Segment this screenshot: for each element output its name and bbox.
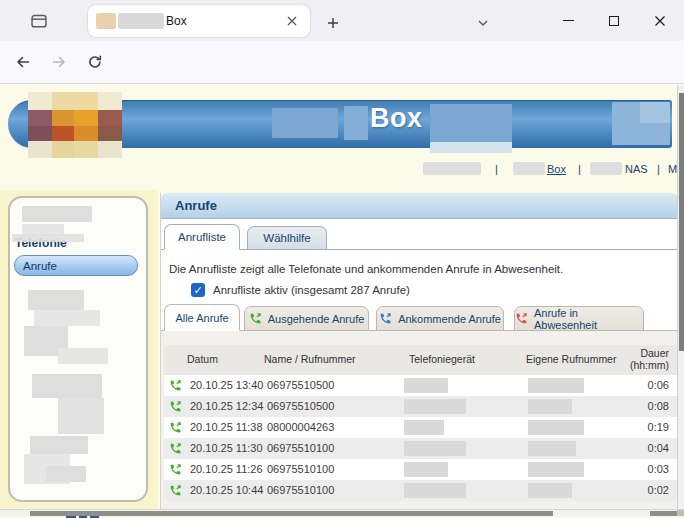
nav-redacted (590, 162, 622, 175)
cell-redacted (404, 462, 448, 477)
table-header: Datum Name / Rufnummer Telefoniegerät Ei… (164, 345, 677, 375)
filter-tab-abwesenheit[interactable]: Anrufe in Abwesenheit (514, 306, 644, 331)
menu-redacted (32, 374, 102, 398)
col-name-rufnummer: Name / Rufnummer (264, 353, 356, 365)
cell-redacted (528, 441, 576, 456)
checkbox-checked-icon[interactable]: ✓ (191, 283, 205, 297)
filter-tabs: Alle Anrufe Ausgehende Anrufe Ankommende… (161, 304, 678, 331)
cell-redacted (404, 399, 466, 414)
filter-tab-label: Ausgehende Anrufe (268, 313, 365, 325)
sidebar-menu: Telefonie Anrufe (8, 196, 148, 502)
new-tab-button[interactable] (318, 8, 348, 38)
tab-waehlhilfe[interactable]: Wählhilfe (247, 226, 327, 250)
outgoing-call-icon (169, 463, 182, 476)
incoming-call-icon (379, 312, 392, 325)
cell-rufnummer: 06975510100 (267, 442, 334, 454)
table-row[interactable]: 20.10.25 10:44 06975510100 0:02 (164, 480, 677, 501)
page-title: Anrufe (161, 193, 678, 219)
vertical-scrollbar[interactable] (677, 85, 684, 516)
table-row[interactable]: 20.10.25 11:38 08000004263 0:19 (164, 417, 677, 438)
table-row[interactable]: 20.10.25 11:30 06975510100 0:04 (164, 438, 677, 459)
sidebar-item-anrufe[interactable]: Anrufe (14, 255, 138, 276)
missed-call-icon (515, 312, 528, 325)
col-datum: Datum (187, 353, 218, 365)
menu-redacted (58, 398, 104, 434)
tab-close-icon[interactable] (282, 11, 302, 31)
top-nav-links: | Box | NAS | M (0, 159, 676, 181)
cell-dauer: 0:19 (648, 421, 669, 433)
primary-tabs: Anrufliste Wählhilfe (161, 224, 678, 250)
cell-rufnummer: 06975510500 (267, 379, 334, 391)
cell-datum: 20.10.25 12:34 (190, 400, 263, 412)
browser-window: Box (0, 0, 684, 518)
forward-button[interactable] (44, 47, 74, 77)
banner-redacted (640, 102, 670, 123)
tab-title: Box (166, 14, 282, 28)
main-content: Anrufe Anrufliste Wählhilfe Die Anruflis… (160, 193, 677, 509)
banner-redacted (344, 106, 368, 140)
banner-redacted (272, 108, 338, 138)
cell-redacted (404, 483, 466, 498)
table-row[interactable]: 20.10.25 12:34 06975510500 0:08 (164, 396, 677, 417)
back-button[interactable] (8, 47, 38, 77)
cell-rufnummer: 06975510100 (267, 463, 334, 475)
reload-button[interactable] (80, 47, 110, 77)
call-list-active-row: ✓ Anrufliste aktiv (insgesamt 287 Anrufe… (191, 283, 410, 297)
cell-rufnummer: 06975510100 (267, 484, 334, 496)
cell-datum: 20.10.25 11:38 (190, 421, 263, 433)
banner-redacted (430, 142, 512, 153)
nav-link-box[interactable]: Box (547, 163, 566, 175)
cell-dauer: 0:03 (648, 463, 669, 475)
minimize-button[interactable] (552, 7, 584, 35)
cell-dauer: 0:02 (648, 484, 669, 496)
browser-tab-bar: Box (0, 0, 684, 41)
maximize-button[interactable] (598, 7, 630, 35)
nav-redacted (423, 162, 481, 175)
cell-redacted (528, 483, 572, 498)
close-window-button[interactable] (644, 7, 676, 35)
cell-redacted (528, 462, 584, 477)
cell-datum: 20.10.25 11:30 (190, 442, 263, 454)
call-table: Datum Name / Rufnummer Telefoniegerät Ei… (161, 331, 678, 509)
col-telefoniegeraet: Telefoniegerät (409, 353, 475, 365)
cell-redacted (528, 378, 584, 393)
menu-redacted (22, 206, 92, 222)
cell-redacted (404, 378, 448, 393)
outgoing-call-icon (169, 484, 182, 497)
favicon-redacted (96, 13, 116, 29)
nav-separator: | (578, 163, 581, 175)
cell-redacted (528, 420, 584, 435)
tab-anrufliste[interactable]: Anrufliste (164, 224, 240, 250)
checkbox-label: Anrufliste aktiv (insgesamt 287 Anrufe) (213, 284, 410, 296)
logo-redacted (28, 92, 122, 158)
list-all-tabs-icon[interactable] (468, 8, 498, 38)
menu-redacted (58, 348, 108, 364)
tab-title-redacted (118, 13, 164, 29)
cell-rufnummer: 06975510500 (267, 400, 334, 412)
nav-link-nas[interactable]: NAS (625, 163, 648, 175)
table-row[interactable]: 20.10.25 11:26 06975510100 0:03 (164, 459, 677, 480)
banner-redacted (430, 104, 512, 144)
menu-redacted (34, 310, 100, 326)
cell-rufnummer: 08000004263 (267, 421, 334, 433)
horizontal-scrollbar[interactable] (0, 509, 684, 516)
nav-separator: | (495, 163, 498, 175)
filter-tab-label: Ankommende Anrufe (398, 313, 501, 325)
product-title: Box (370, 103, 423, 134)
outgoing-call-icon (169, 421, 182, 434)
filter-tab-ankommende[interactable]: Ankommende Anrufe (376, 306, 504, 331)
cell-datum: 20.10.25 13:40 (190, 379, 263, 391)
table-row[interactable]: 20.10.25 13:40 06975510500 0:06 (164, 375, 677, 396)
filter-tab-ausgehende[interactable]: Ausgehende Anrufe (244, 306, 369, 331)
menu-redacted (30, 436, 88, 454)
fritzbox-page: Box | Box | NAS | M Telefonie Anrufe (0, 85, 684, 518)
vertical-scrollbar-thumb[interactable] (679, 93, 684, 351)
browser-tab[interactable]: Box (88, 5, 310, 37)
table-rows: 20.10.25 13:40 06975510500 0:06 20.10.25… (164, 375, 677, 501)
filter-tab-alle[interactable]: Alle Anrufe (164, 304, 240, 331)
browser-toolbar: 80% (0, 41, 684, 84)
firefox-view-icon[interactable] (24, 6, 54, 36)
cell-redacted (404, 441, 466, 456)
nav-link-cut[interactable]: M (668, 163, 677, 175)
cell-redacted (404, 420, 444, 435)
